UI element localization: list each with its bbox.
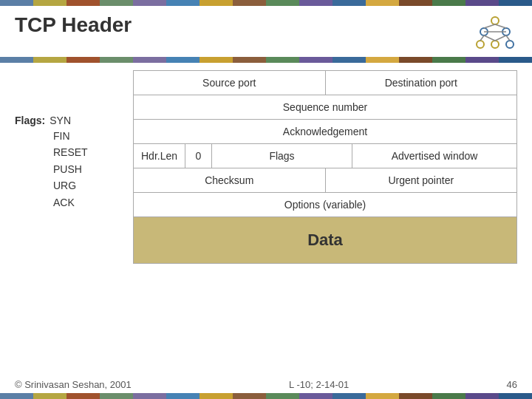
cell-dest-port: Destination port [326, 71, 517, 95]
row-ports: Source port Destination port [134, 71, 516, 95]
flags-keyword: Flags: [15, 115, 45, 126]
svg-line-8 [480, 35, 484, 41]
cell-zero: 0 [185, 144, 212, 168]
row-options: Options (variable) [134, 193, 516, 216]
footer: © Srinivasan Seshan, 2001 L -10; 2-14-01… [0, 379, 532, 390]
tcp-header-table: Source port Destination port Sequence nu… [133, 70, 517, 264]
main-content: Flags: SYN FIN RESET PUSH URG ACK Source… [0, 70, 532, 264]
footer-page-number: 46 [507, 379, 517, 390]
bottom-bar [0, 393, 532, 399]
svg-point-0 [491, 17, 499, 24]
cell-urgent-pointer: Urgent pointer [326, 168, 517, 192]
cell-options: Options (variable) [134, 193, 516, 216]
flags-first-item: SYN [50, 115, 71, 126]
svg-line-7 [495, 24, 506, 28]
row-sequence: Sequence number [134, 95, 516, 120]
flags-list: FIN RESET PUSH URG ACK [15, 128, 133, 211]
cell-checksum: Checksum [134, 168, 326, 192]
flag-reset: RESET [53, 144, 133, 160]
cell-flags: Flags [212, 144, 352, 168]
cell-advertised-window: Advertised window [352, 144, 516, 168]
title-stripe [0, 57, 532, 63]
cell-sequence: Sequence number [134, 95, 516, 119]
svg-point-3 [477, 41, 484, 48]
data-row: Data [134, 216, 516, 263]
row-checksum: Checksum Urgent pointer [134, 168, 516, 193]
svg-line-6 [484, 24, 495, 28]
cell-hdrlen: Hdr.Len [134, 144, 185, 168]
page-title: TCP Header [15, 13, 132, 37]
svg-point-4 [491, 41, 499, 48]
footer-lecture: L -10; 2-14-01 [289, 379, 349, 390]
flag-push: PUSH [53, 161, 133, 177]
svg-line-9 [484, 35, 495, 41]
svg-line-10 [495, 35, 506, 41]
svg-line-11 [506, 35, 510, 41]
flags-panel: Flags: SYN FIN RESET PUSH URG ACK [15, 70, 133, 264]
title-area: TCP Header [0, 6, 532, 57]
flag-fin: FIN [53, 128, 133, 144]
cell-acknowledgement: Acknowledgement [134, 120, 516, 143]
cell-source-port: Source port [134, 71, 326, 95]
network-icon [473, 13, 517, 54]
flag-ack: ACK [53, 194, 133, 211]
svg-point-5 [506, 41, 514, 48]
flag-urg: URG [53, 177, 133, 194]
top-bar [0, 0, 532, 6]
row-acknowledgement: Acknowledgement [134, 120, 516, 144]
footer-copyright: © Srinivasan Seshan, 2001 [15, 379, 132, 390]
row-hdrlen: Hdr.Len 0 Flags Advertised window [134, 144, 516, 168]
flags-label-row: Flags: SYN [15, 115, 133, 126]
